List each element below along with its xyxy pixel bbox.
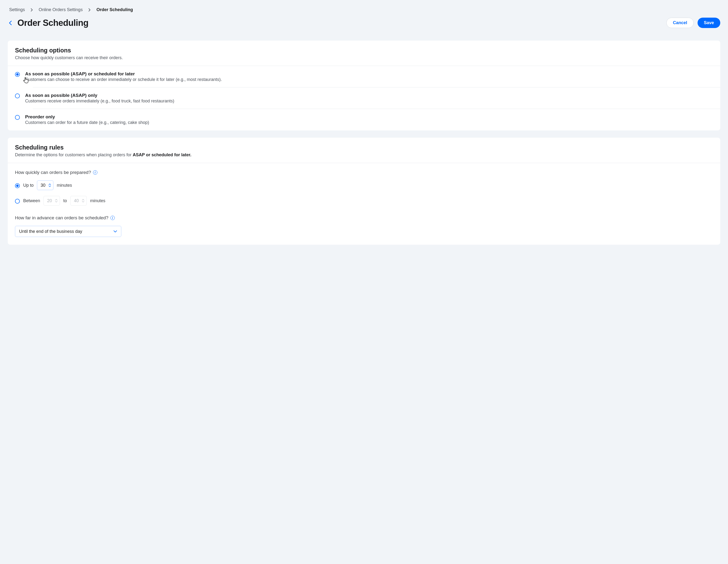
between-to-label: to (63, 198, 67, 203)
option-asap-only[interactable]: As soon as possible (ASAP) only Customer… (8, 87, 720, 109)
option-asap-or-later[interactable]: As soon as possible (ASAP) or scheduled … (8, 66, 720, 87)
chevron-right-icon (88, 8, 91, 12)
chevron-down-icon (113, 230, 117, 233)
info-icon[interactable]: i (93, 170, 97, 175)
advance-label: How far in advance can orders be schedul… (15, 215, 713, 221)
between-max-input[interactable]: 40 (70, 196, 87, 206)
page-title: Order Scheduling (17, 18, 88, 28)
stepper[interactable] (82, 199, 85, 203)
crumb-online-orders[interactable]: Online Orders Settings (39, 7, 83, 12)
back-button[interactable] (8, 19, 13, 27)
info-icon[interactable]: i (110, 216, 115, 220)
stepper[interactable] (48, 183, 51, 187)
option-title: As soon as possible (ASAP) or scheduled … (25, 71, 713, 77)
between-unit: minutes (90, 198, 105, 203)
scheduling-rules-heading: Scheduling rules (15, 144, 713, 151)
breadcrumb: Settings Online Orders Settings Order Sc… (8, 7, 720, 12)
chevron-right-icon (31, 8, 33, 12)
scheduling-options-heading: Scheduling options (15, 47, 713, 54)
scheduling-rules-card: Scheduling rules Determine the options f… (8, 138, 720, 245)
upto-minutes-input[interactable]: 30 (37, 181, 53, 190)
stepper[interactable] (55, 199, 58, 203)
radio-asap-or-later[interactable] (15, 72, 20, 77)
save-button[interactable]: Save (698, 18, 720, 28)
option-title: As soon as possible (ASAP) only (25, 93, 713, 98)
option-desc: Customers receive orders immediately (e.… (25, 99, 713, 104)
radio-preorder-only[interactable] (15, 115, 20, 120)
between-label: Between (23, 198, 40, 203)
prep-time-label: How quickly can orders be prepared? i (15, 170, 713, 175)
cancel-button[interactable]: Cancel (666, 18, 694, 28)
advance-select-value: Until the end of the business day (19, 229, 82, 234)
option-desc: Customers can choose to receive an order… (25, 77, 713, 82)
radio-asap-only[interactable] (15, 94, 20, 98)
prep-upto-row[interactable]: Up to 30 minutes (15, 181, 713, 190)
title-row: Order Scheduling Cancel Save (8, 18, 720, 28)
scheduling-options-card: Scheduling options Choose how quickly cu… (8, 41, 720, 131)
crumb-settings[interactable]: Settings (9, 7, 25, 12)
option-preorder-only[interactable]: Preorder only Customers can order for a … (8, 109, 720, 131)
radio-upto[interactable] (15, 183, 20, 188)
upto-unit: minutes (57, 183, 72, 188)
crumb-current: Order Scheduling (96, 7, 133, 12)
option-desc: Customers can order for a future date (e… (25, 120, 713, 125)
prep-between-row[interactable]: Between 20 to 40 minutes (15, 196, 713, 206)
advance-select[interactable]: Until the end of the business day (15, 226, 121, 237)
option-title: Preorder only (25, 114, 713, 120)
between-min-input[interactable]: 20 (43, 196, 60, 206)
scheduling-options-subheading: Choose how quickly customers can receive… (15, 55, 713, 60)
radio-between[interactable] (15, 199, 20, 204)
scheduling-rules-subheading: Determine the options for customers when… (15, 153, 713, 158)
upto-label: Up to (23, 183, 34, 188)
